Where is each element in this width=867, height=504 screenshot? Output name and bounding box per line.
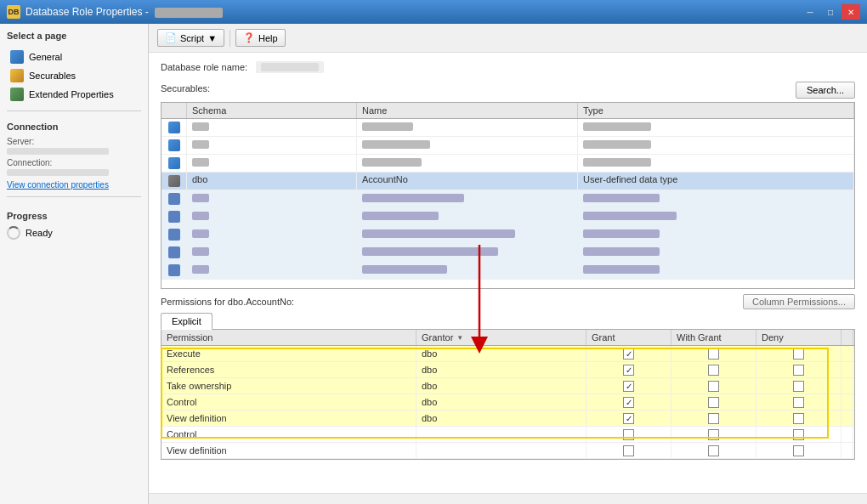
table-header: Schema Name Type <box>162 103 854 119</box>
deny-checkbox[interactable] <box>793 365 804 376</box>
permissions-label: Permissions for dbo.AccountNo: <box>161 297 294 307</box>
close-button[interactable]: ✕ <box>842 4 860 20</box>
perm-deny[interactable] <box>756 378 842 394</box>
sidebar-title: Select a page <box>7 31 141 41</box>
row-type <box>578 155 854 172</box>
table-body[interactable]: dbo AccountNo User-defined data type <box>162 119 854 288</box>
row-type <box>578 226 854 243</box>
deny-checkbox[interactable] <box>793 381 804 392</box>
deny-checkbox[interactable] <box>793 429 804 440</box>
perm-deny[interactable] <box>756 427 842 442</box>
grant-checkbox[interactable] <box>623 445 634 456</box>
script-dropdown-icon: ▼ <box>207 33 217 43</box>
column-permissions-button[interactable]: Column Permissions... <box>743 294 855 309</box>
grant-checkbox[interactable] <box>623 381 634 392</box>
help-icon: ❓ <box>243 32 255 43</box>
perms-table-body[interactable]: Execute dbo References dbo <box>162 346 854 459</box>
permissions-header: Permissions for dbo.AccountNo: Column Pe… <box>161 294 855 309</box>
perm-deny[interactable] <box>756 411 842 426</box>
perm-row-control-2[interactable]: Control <box>162 427 854 443</box>
sort-icon: ▼ <box>456 334 463 342</box>
perm-grant[interactable] <box>586 346 672 361</box>
with-grant-checkbox[interactable] <box>708 381 719 392</box>
view-connection-props-link[interactable]: View connection properties <box>7 180 109 190</box>
perm-with-grant[interactable] <box>672 411 756 426</box>
with-grant-checkbox[interactable] <box>708 348 719 360</box>
table-row[interactable] <box>162 226 854 244</box>
progress-header: Progress <box>7 211 141 221</box>
deny-checkbox[interactable] <box>793 445 804 456</box>
with-grant-checkbox[interactable] <box>708 397 719 408</box>
row-type <box>578 262 854 279</box>
minimize-button[interactable]: ─ <box>801 4 819 20</box>
perm-row-control[interactable]: Control dbo <box>162 394 854 411</box>
perm-with-grant[interactable] <box>672 427 756 442</box>
deny-checkbox[interactable] <box>793 348 804 360</box>
table-row-selected[interactable]: dbo AccountNo User-defined data type <box>162 173 854 190</box>
with-grant-checkbox[interactable] <box>708 429 719 440</box>
sidebar-item-general[interactable]: General <box>7 48 141 66</box>
progress-row: Ready <box>7 226 141 240</box>
table-row[interactable] <box>162 262 854 280</box>
perm-grant[interactable] <box>586 378 672 394</box>
perm-deny[interactable] <box>756 394 842 410</box>
perm-row-view-definition-2[interactable]: View definition <box>162 443 854 459</box>
help-button[interactable]: ❓ Help <box>235 29 286 47</box>
perm-with-grant[interactable] <box>672 394 756 410</box>
grant-checkbox[interactable] <box>623 413 634 424</box>
with-grant-checkbox[interactable] <box>708 365 719 376</box>
permissions-table: Permission Grantor ▼ Grant With Grant De… <box>161 330 855 460</box>
table-row[interactable] <box>162 190 854 208</box>
row-icon-cell <box>162 119 187 136</box>
perm-grant[interactable] <box>586 443 672 458</box>
search-button[interactable]: Search... <box>796 82 855 99</box>
with-grant-checkbox[interactable] <box>708 445 719 456</box>
deny-checkbox[interactable] <box>793 413 804 424</box>
perm-name: References <box>162 362 416 377</box>
title-bar-controls[interactable]: ─ □ ✕ <box>801 4 860 20</box>
row-icon-cell <box>162 137 187 154</box>
tab-explicit[interactable]: Explicit <box>161 313 212 330</box>
role-name-value <box>256 61 324 73</box>
progress-section: Progress Ready <box>7 211 141 240</box>
perm-grantor: dbo <box>416 346 586 361</box>
perm-grant[interactable] <box>586 362 672 377</box>
perm-deny[interactable] <box>756 346 842 361</box>
deny-checkbox[interactable] <box>793 397 804 408</box>
grant-checkbox[interactable] <box>623 365 634 376</box>
perm-with-grant[interactable] <box>672 346 756 361</box>
perm-deny[interactable] <box>756 443 842 458</box>
grant-checkbox[interactable] <box>623 429 634 440</box>
table-row[interactable] <box>162 119 854 137</box>
table-row[interactable] <box>162 244 854 262</box>
with-grant-checkbox[interactable] <box>708 413 719 424</box>
grant-checkbox[interactable] <box>623 397 634 408</box>
perm-with-grant[interactable] <box>672 378 756 394</box>
perm-row-view-definition[interactable]: View definition dbo <box>162 411 854 427</box>
row-icon-cell <box>162 244 187 261</box>
script-button[interactable]: 📄 Script ▼ <box>157 29 224 47</box>
perm-grant[interactable] <box>586 411 672 426</box>
perm-grantor: dbo <box>416 362 586 377</box>
perm-with-grant[interactable] <box>672 443 756 458</box>
table-row[interactable] <box>162 137 854 155</box>
perm-row-references[interactable]: References dbo <box>162 362 854 378</box>
perm-with-grant[interactable] <box>672 362 756 377</box>
perms-th-grant: Grant <box>586 330 672 345</box>
row-schema <box>187 119 357 136</box>
table-row[interactable] <box>162 208 854 226</box>
grant-checkbox[interactable] <box>623 348 634 360</box>
perm-row-execute[interactable]: Execute dbo <box>162 346 854 362</box>
sidebar-item-securables[interactable]: Securables <box>7 66 141 85</box>
main-container: Select a page General Securables Extende… <box>0 24 867 504</box>
tabs: Explicit <box>161 313 855 330</box>
perm-deny[interactable] <box>756 362 842 377</box>
sidebar-item-extended-properties[interactable]: Extended Properties <box>7 85 141 104</box>
title-bar-left: DB Database Role Properties - <box>7 5 223 19</box>
perm-row-take-ownership[interactable]: Take ownership dbo <box>162 378 854 394</box>
maximize-button[interactable]: □ <box>821 4 840 20</box>
table-row[interactable] <box>162 155 854 173</box>
perm-grant[interactable] <box>586 394 672 410</box>
perm-grant[interactable] <box>586 427 672 442</box>
perm-name: View definition <box>162 411 416 426</box>
